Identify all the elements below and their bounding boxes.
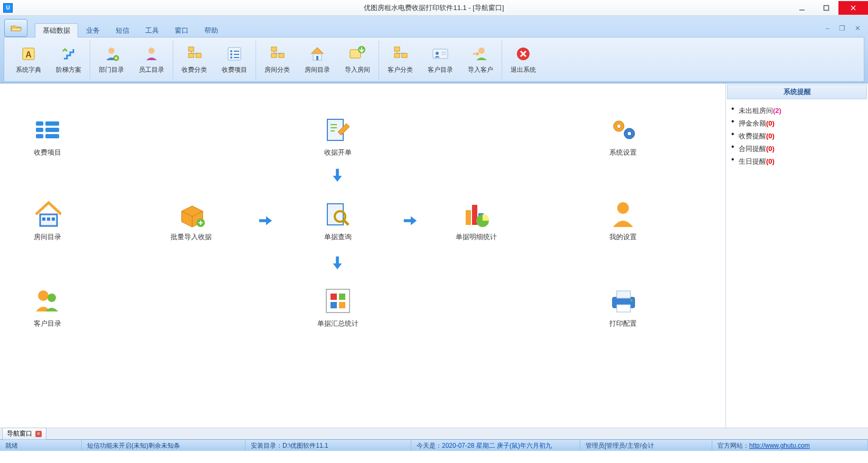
reminder-unrented[interactable]: 未出租房间(2)	[739, 105, 863, 117]
customer-dir-button[interactable]: 客户目录	[420, 42, 460, 79]
nav-fee-item-label: 收费项目	[34, 148, 61, 157]
import-room-button[interactable]: 导入房间	[337, 42, 378, 79]
svg-rect-38	[45, 121, 59, 126]
close-circle-icon	[515, 45, 532, 62]
svg-point-6	[108, 48, 115, 54]
reminder-fee-count: (0)	[766, 132, 775, 140]
reminder-unrented-count: (2)	[773, 107, 781, 115]
status-site-link[interactable]: http://www.ghutu.com	[749, 442, 810, 449]
fee-item-button[interactable]: 收费项目	[214, 42, 254, 79]
tab-basic-data[interactable]: 基础数据	[35, 23, 78, 37]
nav-receipt-open[interactable]: 收据开单	[306, 116, 370, 157]
doc-tab-nav[interactable]: 导航窗口 ×	[2, 428, 46, 440]
svg-rect-9	[188, 47, 194, 51]
main-content: 收费项目 房间目录 客户目录 批量导入收据 收据开单 单据查询 单据汇总统计	[0, 83, 868, 428]
tab-business[interactable]: 业务	[78, 23, 108, 37]
dept-dir-button[interactable]: 部门目录	[91, 42, 131, 79]
svg-point-62	[617, 124, 621, 128]
mdi-close-icon[interactable]: ✕	[853, 24, 863, 32]
svg-text:A: A	[25, 50, 32, 59]
fee-category-button[interactable]: 收费分类	[174, 42, 214, 79]
nav-my-setting-label: 我的设置	[609, 232, 637, 242]
house-icon	[34, 201, 61, 228]
customer-category-button[interactable]: 客户分类	[380, 42, 420, 79]
reminder-fee-label: 收费提醒	[739, 132, 766, 140]
import-customer-button[interactable]: 导入客户	[460, 42, 501, 79]
nav-fee-item[interactable]: 收费项目	[16, 116, 79, 157]
svg-point-65	[617, 202, 629, 214]
nav-print-conf[interactable]: 打印配置	[591, 287, 655, 328]
sys-dict-button[interactable]: A 系统字典	[8, 42, 49, 79]
status-ready: 就绪	[0, 440, 82, 451]
svg-rect-36	[36, 128, 43, 132]
nav-bill-query-label: 单据查询	[324, 232, 352, 242]
tab-tools[interactable]: 工具	[137, 23, 167, 37]
svg-rect-55	[331, 302, 337, 308]
ladder-plan-button[interactable]: 阶梯方案	[49, 42, 89, 79]
room-category-button[interactable]: 房间分类	[257, 42, 297, 79]
room-dir-button[interactable]: 房间目录	[297, 42, 337, 79]
emp-dir-label: 员工目录	[139, 65, 164, 74]
svg-point-13	[230, 50, 232, 52]
minimize-button[interactable]	[790, 1, 814, 15]
reminder-deposit-label: 押金余额	[739, 119, 766, 127]
exit-button[interactable]: 退出系统	[503, 42, 543, 79]
nav-batch-import-label: 批量导入收据	[171, 232, 212, 242]
svg-rect-68	[617, 305, 630, 312]
sys-dict-label: 系统字典	[16, 65, 41, 74]
status-admin: 管理员[管理员/主管/会计	[580, 440, 712, 451]
nav-bill-query[interactable]: 单据查询	[306, 201, 370, 242]
reminder-deposit[interactable]: 押金余额(0)	[739, 117, 863, 130]
status-site: 官方网站：http://www.ghutu.com	[712, 440, 868, 451]
svg-point-33	[478, 48, 485, 54]
import-icon	[349, 45, 366, 62]
reminder-birthday[interactable]: 生日提醒(0)	[739, 155, 863, 168]
house-icon	[309, 45, 326, 62]
reminder-panel: 系统提醒 未出租房间(2) 押金余额(0) 收费提醒(0) 合同提醒(0) 生日…	[725, 83, 868, 428]
app-menu-button[interactable]	[4, 19, 27, 37]
svg-rect-11	[196, 53, 201, 58]
nav-batch-import[interactable]: 批量导入收据	[159, 201, 223, 242]
maximize-button[interactable]	[814, 1, 838, 15]
svg-rect-23	[316, 56, 318, 60]
svg-rect-57	[466, 210, 471, 225]
tab-window[interactable]: 窗口	[167, 23, 196, 37]
ribbon-group-2: 部门目录 员工目录	[90, 41, 173, 80]
nav-room-dir[interactable]: 房间目录	[16, 201, 79, 242]
status-today-label: 今天是：	[417, 442, 442, 449]
svg-point-46	[48, 294, 56, 302]
svg-rect-21	[279, 53, 284, 58]
svg-rect-37	[36, 134, 43, 138]
nav-bill-summary-label: 单据汇总统计	[317, 319, 358, 328]
svg-rect-28	[402, 53, 407, 58]
fee-category-label: 收费分类	[182, 65, 207, 74]
arrow-down-icon	[328, 168, 346, 183]
chart-icon	[463, 201, 490, 228]
nav-my-setting[interactable]: 我的设置	[591, 201, 655, 242]
printer-icon	[609, 287, 637, 315]
reminder-contract[interactable]: 合同提醒(0)	[739, 143, 863, 155]
arrow-right-icon	[257, 213, 275, 228]
reminder-deposit-count: (0)	[766, 119, 775, 127]
close-button[interactable]	[838, 1, 868, 15]
nav-sys-setting[interactable]: 系统设置	[591, 116, 655, 157]
nav-bill-detail[interactable]: 单据明细统计	[445, 201, 508, 242]
tab-sms[interactable]: 短信	[108, 23, 137, 37]
emp-dir-button[interactable]: 员工目录	[131, 42, 172, 79]
gears-icon	[609, 116, 637, 144]
mdi-minimize-icon[interactable]: –	[824, 24, 832, 32]
arrow-down-icon	[328, 256, 346, 270]
svg-rect-52	[326, 289, 350, 313]
nav-bill-summary[interactable]: 单据汇总统计	[306, 287, 370, 328]
nav-customer-dir[interactable]: 客户目录	[16, 287, 79, 328]
dictionary-icon: A	[20, 45, 37, 62]
tab-help[interactable]: 帮助	[196, 23, 226, 37]
doc-tab-close-icon[interactable]: ×	[35, 431, 42, 437]
reminder-fee[interactable]: 收费提醒(0)	[739, 130, 863, 143]
status-sms: 短信功能未开启(未知)剩余未知条	[82, 440, 246, 451]
status-today: 今天是：2020-07-28 星期二 庚子(鼠)年六月初九	[411, 440, 580, 451]
room-category-label: 房间分类	[265, 65, 290, 74]
room-dir-label: 房间目录	[305, 65, 330, 74]
mdi-restore-icon[interactable]: ❐	[837, 24, 847, 32]
id-card-icon	[432, 45, 449, 62]
